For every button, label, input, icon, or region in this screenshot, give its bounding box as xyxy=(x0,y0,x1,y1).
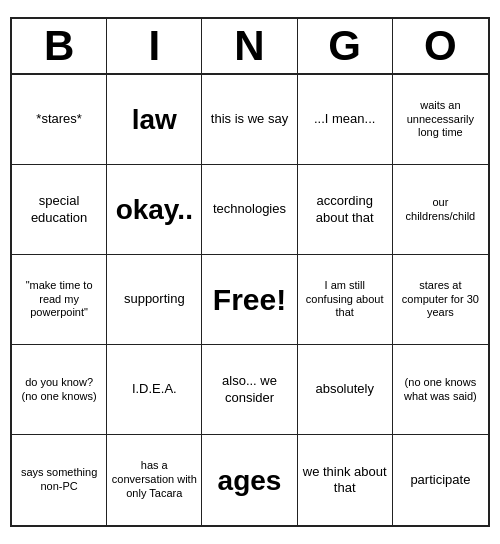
cell-text-8: according about that xyxy=(302,193,388,226)
header-letter-n: N xyxy=(202,19,297,73)
cell-text-5: special education xyxy=(16,193,102,226)
cell-text-13: I am still confusing about that xyxy=(302,279,388,320)
bingo-cell-12: Free! xyxy=(202,255,297,345)
bingo-cell-5: special education xyxy=(12,165,107,255)
bingo-header: BINGO xyxy=(12,19,488,75)
header-letter-g: G xyxy=(298,19,393,73)
cell-text-20: says something non-PC xyxy=(16,466,102,494)
cell-text-2: this is we say xyxy=(211,111,288,127)
cell-text-15: do you know? (no one knows) xyxy=(16,376,102,404)
header-letter-b: B xyxy=(12,19,107,73)
cell-text-24: participate xyxy=(410,472,470,488)
bingo-cell-6: okay.. xyxy=(107,165,202,255)
cell-text-6: okay.. xyxy=(116,192,193,227)
bingo-cell-16: I.D.E.A. xyxy=(107,345,202,435)
bingo-cell-1: law xyxy=(107,75,202,165)
bingo-card: BINGO *stares*lawthis is we say...I mean… xyxy=(10,17,490,527)
cell-text-16: I.D.E.A. xyxy=(132,381,177,397)
bingo-cell-24: participate xyxy=(393,435,488,525)
bingo-cell-18: absolutely xyxy=(298,345,393,435)
bingo-cell-22: ages xyxy=(202,435,297,525)
cell-text-4: waits an unnecessarily long time xyxy=(397,99,484,140)
bingo-cell-4: waits an unnecessarily long time xyxy=(393,75,488,165)
bingo-cell-7: technologies xyxy=(202,165,297,255)
cell-text-9: our childrens/child xyxy=(397,196,484,224)
cell-text-12: Free! xyxy=(213,281,286,319)
cell-text-21: has a conversation with only Tacara xyxy=(111,459,197,500)
cell-text-14: stares at computer for 30 years xyxy=(397,279,484,320)
cell-text-19: (no one knows what was said) xyxy=(397,376,484,404)
bingo-cell-19: (no one knows what was said) xyxy=(393,345,488,435)
bingo-cell-2: this is we say xyxy=(202,75,297,165)
cell-text-7: technologies xyxy=(213,201,286,217)
cell-text-11: supporting xyxy=(124,291,185,307)
bingo-cell-3: ...I mean... xyxy=(298,75,393,165)
bingo-grid: *stares*lawthis is we say...I mean...wai… xyxy=(12,75,488,525)
cell-text-18: absolutely xyxy=(315,381,374,397)
bingo-cell-8: according about that xyxy=(298,165,393,255)
cell-text-0: *stares* xyxy=(36,111,82,127)
bingo-cell-13: I am still confusing about that xyxy=(298,255,393,345)
bingo-cell-23: we think about that xyxy=(298,435,393,525)
cell-text-1: law xyxy=(132,102,177,137)
bingo-cell-17: also... we consider xyxy=(202,345,297,435)
bingo-cell-15: do you know? (no one knows) xyxy=(12,345,107,435)
cell-text-3: ...I mean... xyxy=(314,111,375,127)
header-letter-o: O xyxy=(393,19,488,73)
cell-text-17: also... we consider xyxy=(206,373,292,406)
cell-text-10: "make time to read my powerpoint" xyxy=(16,279,102,320)
cell-text-22: ages xyxy=(218,463,282,498)
bingo-cell-20: says something non-PC xyxy=(12,435,107,525)
bingo-cell-11: supporting xyxy=(107,255,202,345)
cell-text-23: we think about that xyxy=(302,464,388,497)
bingo-cell-9: our childrens/child xyxy=(393,165,488,255)
bingo-cell-10: "make time to read my powerpoint" xyxy=(12,255,107,345)
bingo-cell-14: stares at computer for 30 years xyxy=(393,255,488,345)
bingo-cell-0: *stares* xyxy=(12,75,107,165)
header-letter-i: I xyxy=(107,19,202,73)
bingo-cell-21: has a conversation with only Tacara xyxy=(107,435,202,525)
